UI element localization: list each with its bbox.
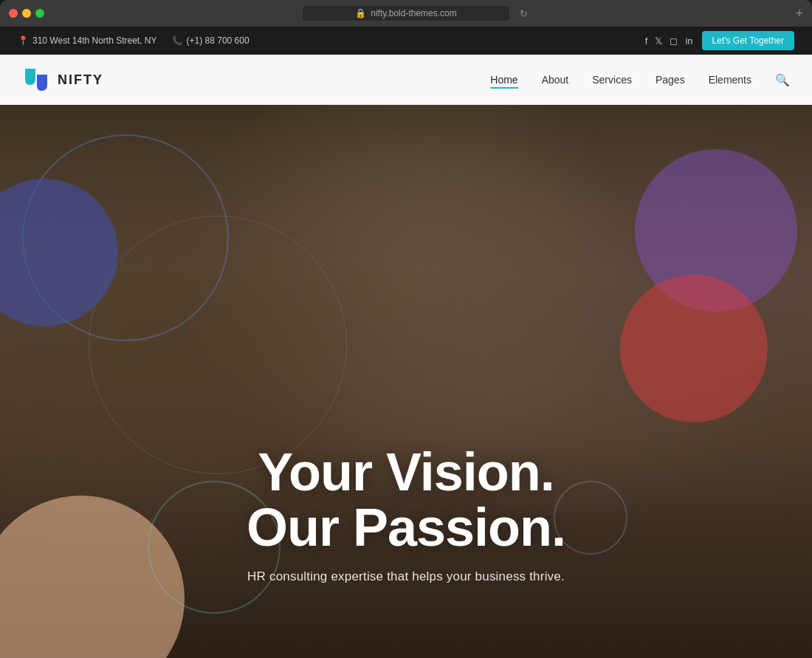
nav-home[interactable]: Home <box>490 74 517 86</box>
refresh-icon[interactable]: ↻ <box>520 8 528 19</box>
instagram-icon[interactable]: ◻ <box>670 35 678 47</box>
new-tab-button[interactable]: + <box>795 6 803 21</box>
search-icon[interactable]: 🔍 <box>775 73 790 87</box>
twitter-icon[interactable]: 𝕏 <box>655 35 662 47</box>
lock-icon: 🔒 <box>355 8 366 18</box>
maximize-button[interactable] <box>35 9 44 18</box>
nav-services[interactable]: Services <box>592 74 632 86</box>
nav-about[interactable]: About <box>542 74 569 86</box>
nav-elements[interactable]: Elements <box>709 74 751 86</box>
hero-subtitle: HR consulting expertise that helps your … <box>0 569 812 584</box>
location-icon: 📍 <box>18 35 29 46</box>
top-bar-right: f 𝕏 ◻ in Let's Get Together <box>645 31 794 50</box>
phone-text: (+1) 88 700 600 <box>187 35 250 46</box>
cta-button[interactable]: Let's Get Together <box>702 31 794 50</box>
phone-info: 📞 (+1) 88 700 600 <box>172 35 250 46</box>
social-icons: f 𝕏 ◻ in <box>645 35 693 47</box>
browser-titlebar: 🔒 nifty.bold-themes.com ↻ + <box>0 0 812 27</box>
hero-headline: Your Vision. Our Passion. <box>0 445 812 556</box>
linkedin-icon[interactable]: in <box>685 35 692 47</box>
top-bar-left: 📍 310 West 14th North Street, NY 📞 (+1) … <box>18 35 250 46</box>
hero-content: Your Vision. Our Passion. HR consulting … <box>0 445 812 584</box>
hero-section: Your Vision. Our Passion. HR consulting … <box>0 105 812 658</box>
nav-links: Home About Services Pages Elements 🔍 <box>490 73 790 87</box>
browser-window-controls <box>9 9 44 18</box>
deco-circle-red <box>620 275 768 422</box>
phone-icon: 📞 <box>172 35 183 46</box>
hero-headline-line1: Your Vision. <box>0 445 812 501</box>
logo-icon <box>22 66 50 94</box>
address-bar[interactable]: 🔒 nifty.bold-themes.com <box>303 6 509 21</box>
facebook-icon[interactable]: f <box>645 35 648 47</box>
browser-window: 🔒 nifty.bold-themes.com ↻ + <box>0 0 812 27</box>
address-info: 📍 310 West 14th North Street, NY <box>18 35 157 46</box>
close-button[interactable] <box>9 9 18 18</box>
nav-pages[interactable]: Pages <box>656 74 685 86</box>
logo[interactable]: NIFTY <box>22 66 103 94</box>
url-text: nifty.bold-themes.com <box>371 8 457 18</box>
minimize-button[interactable] <box>22 9 31 18</box>
website-content: 📍 310 West 14th North Street, NY 📞 (+1) … <box>0 27 812 658</box>
address-text: 310 West 14th North Street, NY <box>32 35 157 46</box>
top-info-bar: 📍 310 West 14th North Street, NY 📞 (+1) … <box>0 27 812 55</box>
hero-headline-line2: Our Passion. <box>0 500 812 556</box>
main-navigation: NIFTY Home About Services Pages Elements… <box>0 55 812 105</box>
logo-text: NIFTY <box>58 72 103 88</box>
